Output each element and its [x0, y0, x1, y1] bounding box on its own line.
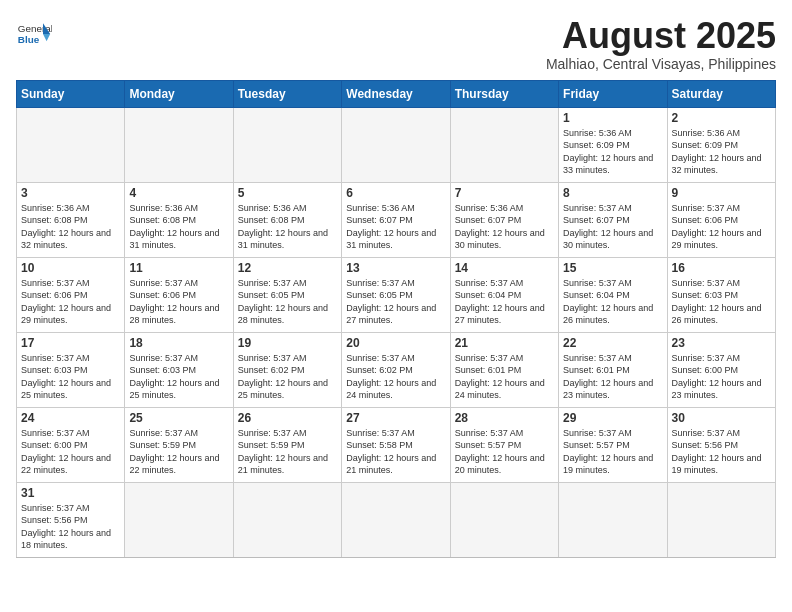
calendar-cell: 13Sunrise: 5:37 AM Sunset: 6:05 PM Dayli… — [342, 257, 450, 332]
day-detail: Sunrise: 5:37 AM Sunset: 6:05 PM Dayligh… — [346, 277, 445, 327]
day-number: 3 — [21, 186, 120, 200]
day-detail: Sunrise: 5:37 AM Sunset: 6:03 PM Dayligh… — [21, 352, 120, 402]
day-detail: Sunrise: 5:37 AM Sunset: 5:57 PM Dayligh… — [455, 427, 554, 477]
day-number: 25 — [129, 411, 228, 425]
day-detail: Sunrise: 5:37 AM Sunset: 6:01 PM Dayligh… — [455, 352, 554, 402]
col-header-wednesday: Wednesday — [342, 80, 450, 107]
calendar-cell: 7Sunrise: 5:36 AM Sunset: 6:07 PM Daylig… — [450, 182, 558, 257]
calendar-cell: 28Sunrise: 5:37 AM Sunset: 5:57 PM Dayli… — [450, 407, 558, 482]
day-number: 23 — [672, 336, 771, 350]
day-detail: Sunrise: 5:37 AM Sunset: 5:56 PM Dayligh… — [672, 427, 771, 477]
day-detail: Sunrise: 5:36 AM Sunset: 6:09 PM Dayligh… — [563, 127, 662, 177]
day-detail: Sunrise: 5:37 AM Sunset: 6:03 PM Dayligh… — [129, 352, 228, 402]
day-number: 20 — [346, 336, 445, 350]
day-number: 13 — [346, 261, 445, 275]
calendar-cell: 18Sunrise: 5:37 AM Sunset: 6:03 PM Dayli… — [125, 332, 233, 407]
day-number: 8 — [563, 186, 662, 200]
calendar-week-row: 10Sunrise: 5:37 AM Sunset: 6:06 PM Dayli… — [17, 257, 776, 332]
day-number: 1 — [563, 111, 662, 125]
svg-marker-3 — [43, 34, 50, 41]
day-detail: Sunrise: 5:36 AM Sunset: 6:07 PM Dayligh… — [455, 202, 554, 252]
day-detail: Sunrise: 5:37 AM Sunset: 5:58 PM Dayligh… — [346, 427, 445, 477]
calendar-cell: 14Sunrise: 5:37 AM Sunset: 6:04 PM Dayli… — [450, 257, 558, 332]
day-detail: Sunrise: 5:36 AM Sunset: 6:09 PM Dayligh… — [672, 127, 771, 177]
calendar-cell: 1Sunrise: 5:36 AM Sunset: 6:09 PM Daylig… — [559, 107, 667, 182]
calendar-cell — [559, 482, 667, 557]
day-number: 6 — [346, 186, 445, 200]
day-number: 27 — [346, 411, 445, 425]
calendar-cell — [233, 107, 341, 182]
day-number: 14 — [455, 261, 554, 275]
calendar-cell — [667, 482, 775, 557]
day-number: 18 — [129, 336, 228, 350]
calendar-header-row: SundayMondayTuesdayWednesdayThursdayFrid… — [17, 80, 776, 107]
calendar-cell: 23Sunrise: 5:37 AM Sunset: 6:00 PM Dayli… — [667, 332, 775, 407]
calendar-cell — [342, 107, 450, 182]
col-header-monday: Monday — [125, 80, 233, 107]
day-detail: Sunrise: 5:36 AM Sunset: 6:07 PM Dayligh… — [346, 202, 445, 252]
calendar-cell: 20Sunrise: 5:37 AM Sunset: 6:02 PM Dayli… — [342, 332, 450, 407]
day-detail: Sunrise: 5:37 AM Sunset: 6:06 PM Dayligh… — [672, 202, 771, 252]
calendar-week-row: 17Sunrise: 5:37 AM Sunset: 6:03 PM Dayli… — [17, 332, 776, 407]
day-detail: Sunrise: 5:37 AM Sunset: 5:59 PM Dayligh… — [129, 427, 228, 477]
day-detail: Sunrise: 5:36 AM Sunset: 6:08 PM Dayligh… — [129, 202, 228, 252]
day-detail: Sunrise: 5:37 AM Sunset: 5:57 PM Dayligh… — [563, 427, 662, 477]
calendar-cell — [125, 107, 233, 182]
calendar-cell: 25Sunrise: 5:37 AM Sunset: 5:59 PM Dayli… — [125, 407, 233, 482]
col-header-sunday: Sunday — [17, 80, 125, 107]
calendar-cell: 31Sunrise: 5:37 AM Sunset: 5:56 PM Dayli… — [17, 482, 125, 557]
calendar-cell — [342, 482, 450, 557]
calendar-cell: 17Sunrise: 5:37 AM Sunset: 6:03 PM Dayli… — [17, 332, 125, 407]
calendar-cell: 22Sunrise: 5:37 AM Sunset: 6:01 PM Dayli… — [559, 332, 667, 407]
calendar-cell: 8Sunrise: 5:37 AM Sunset: 6:07 PM Daylig… — [559, 182, 667, 257]
calendar-cell: 12Sunrise: 5:37 AM Sunset: 6:05 PM Dayli… — [233, 257, 341, 332]
calendar-week-row: 31Sunrise: 5:37 AM Sunset: 5:56 PM Dayli… — [17, 482, 776, 557]
calendar-cell: 11Sunrise: 5:37 AM Sunset: 6:06 PM Dayli… — [125, 257, 233, 332]
calendar-cell — [233, 482, 341, 557]
day-detail: Sunrise: 5:37 AM Sunset: 6:05 PM Dayligh… — [238, 277, 337, 327]
calendar-cell: 29Sunrise: 5:37 AM Sunset: 5:57 PM Dayli… — [559, 407, 667, 482]
day-detail: Sunrise: 5:37 AM Sunset: 5:59 PM Dayligh… — [238, 427, 337, 477]
month-title: August 2025 — [546, 16, 776, 56]
day-number: 12 — [238, 261, 337, 275]
day-detail: Sunrise: 5:36 AM Sunset: 6:08 PM Dayligh… — [21, 202, 120, 252]
day-number: 31 — [21, 486, 120, 500]
calendar-cell: 21Sunrise: 5:37 AM Sunset: 6:01 PM Dayli… — [450, 332, 558, 407]
day-number: 17 — [21, 336, 120, 350]
day-number: 2 — [672, 111, 771, 125]
calendar-cell: 16Sunrise: 5:37 AM Sunset: 6:03 PM Dayli… — [667, 257, 775, 332]
title-block: August 2025 Malhiao, Central Visayas, Ph… — [546, 16, 776, 72]
day-number: 29 — [563, 411, 662, 425]
day-number: 28 — [455, 411, 554, 425]
col-header-friday: Friday — [559, 80, 667, 107]
day-detail: Sunrise: 5:36 AM Sunset: 6:08 PM Dayligh… — [238, 202, 337, 252]
col-header-saturday: Saturday — [667, 80, 775, 107]
day-number: 19 — [238, 336, 337, 350]
day-number: 24 — [21, 411, 120, 425]
calendar-cell: 3Sunrise: 5:36 AM Sunset: 6:08 PM Daylig… — [17, 182, 125, 257]
day-number: 7 — [455, 186, 554, 200]
col-header-tuesday: Tuesday — [233, 80, 341, 107]
svg-text:Blue: Blue — [18, 34, 40, 45]
day-number: 22 — [563, 336, 662, 350]
day-detail: Sunrise: 5:37 AM Sunset: 6:01 PM Dayligh… — [563, 352, 662, 402]
calendar-cell — [17, 107, 125, 182]
calendar-cell — [125, 482, 233, 557]
calendar-table: SundayMondayTuesdayWednesdayThursdayFrid… — [16, 80, 776, 558]
calendar-cell: 5Sunrise: 5:36 AM Sunset: 6:08 PM Daylig… — [233, 182, 341, 257]
day-detail: Sunrise: 5:37 AM Sunset: 5:56 PM Dayligh… — [21, 502, 120, 552]
calendar-cell: 2Sunrise: 5:36 AM Sunset: 6:09 PM Daylig… — [667, 107, 775, 182]
logo-icon: General Blue — [16, 16, 52, 52]
day-number: 5 — [238, 186, 337, 200]
logo: General Blue — [16, 16, 52, 52]
calendar-cell: 19Sunrise: 5:37 AM Sunset: 6:02 PM Dayli… — [233, 332, 341, 407]
calendar-cell — [450, 107, 558, 182]
calendar-cell — [450, 482, 558, 557]
day-detail: Sunrise: 5:37 AM Sunset: 6:04 PM Dayligh… — [455, 277, 554, 327]
day-number: 9 — [672, 186, 771, 200]
calendar-cell: 26Sunrise: 5:37 AM Sunset: 5:59 PM Dayli… — [233, 407, 341, 482]
calendar-cell: 24Sunrise: 5:37 AM Sunset: 6:00 PM Dayli… — [17, 407, 125, 482]
day-detail: Sunrise: 5:37 AM Sunset: 6:00 PM Dayligh… — [21, 427, 120, 477]
calendar-cell: 10Sunrise: 5:37 AM Sunset: 6:06 PM Dayli… — [17, 257, 125, 332]
day-detail: Sunrise: 5:37 AM Sunset: 6:02 PM Dayligh… — [238, 352, 337, 402]
